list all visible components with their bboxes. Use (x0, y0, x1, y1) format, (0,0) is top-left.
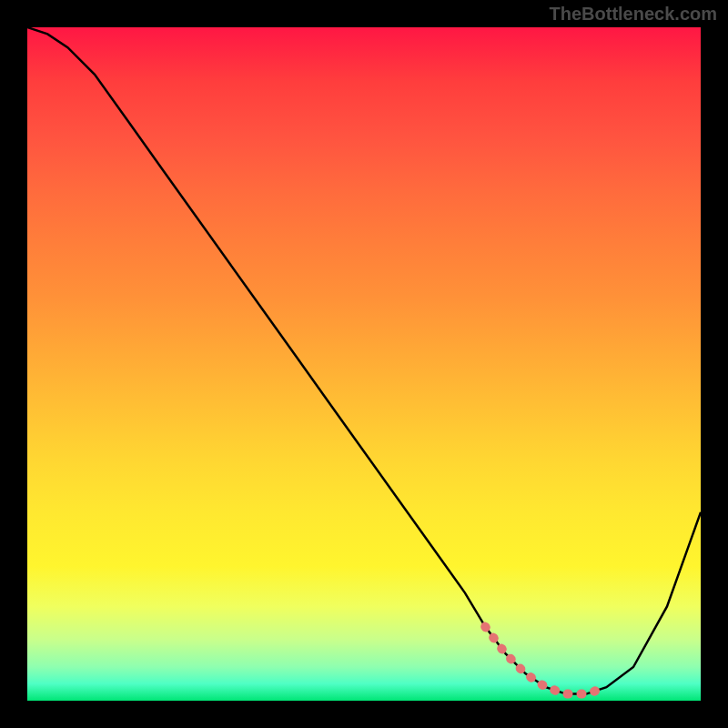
bottleneck-curve (27, 27, 701, 694)
chart-svg (27, 27, 701, 701)
highlight-segment (485, 627, 606, 694)
highlight-group (485, 627, 606, 694)
watermark-text: TheBottleneck.com (550, 4, 717, 25)
curve-group (27, 27, 701, 694)
plot-area (27, 27, 701, 701)
